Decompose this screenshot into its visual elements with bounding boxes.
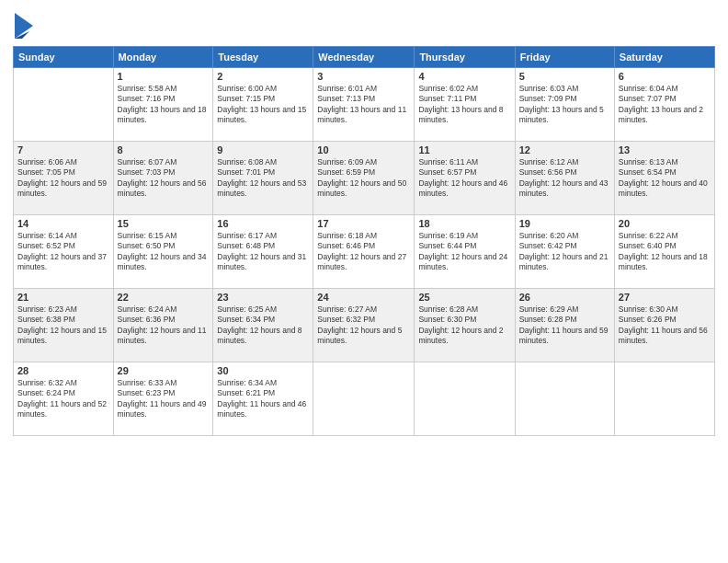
day-info: Sunrise: 6:30 AMSunset: 6:26 PMDaylight:…	[619, 304, 711, 347]
day-info: Sunrise: 6:02 AMSunset: 7:11 PMDaylight:…	[418, 84, 510, 126]
weekday-header: Saturday	[614, 47, 714, 68]
day-info: Sunrise: 6:00 AMSunset: 7:15 PMDaylight:…	[217, 84, 309, 126]
day-number: 18	[418, 218, 510, 229]
calendar-cell: 2Sunrise: 6:00 AMSunset: 7:15 PMDaylight…	[213, 68, 313, 142]
calendar-cell: 6Sunrise: 6:04 AMSunset: 7:07 PMDaylight…	[614, 68, 714, 142]
day-info: Sunrise: 6:09 AMSunset: 6:59 PMDaylight:…	[317, 157, 410, 200]
calendar-week-row: 7Sunrise: 6:06 AMSunset: 7:05 PMDaylight…	[14, 142, 715, 215]
calendar-cell: 3Sunrise: 6:01 AMSunset: 7:13 PMDaylight…	[313, 68, 415, 142]
day-info: Sunrise: 6:18 AMSunset: 6:46 PMDaylight:…	[317, 231, 410, 273]
day-info: Sunrise: 6:20 AMSunset: 6:42 PMDaylight:…	[519, 231, 610, 273]
day-info: Sunrise: 6:17 AMSunset: 6:48 PMDaylight:…	[217, 231, 309, 273]
day-number: 30	[217, 365, 309, 376]
day-info: Sunrise: 6:27 AMSunset: 6:32 PMDaylight:…	[317, 304, 410, 347]
calendar-cell: 12Sunrise: 6:12 AMSunset: 6:56 PMDayligh…	[515, 142, 614, 215]
calendar-cell: 4Sunrise: 6:02 AMSunset: 7:11 PMDaylight…	[415, 68, 515, 142]
day-info: Sunrise: 6:04 AMSunset: 7:07 PMDaylight:…	[619, 84, 711, 126]
day-number: 20	[619, 218, 711, 229]
day-info: Sunrise: 6:19 AMSunset: 6:44 PMDaylight:…	[418, 231, 510, 273]
day-info: Sunrise: 6:08 AMSunset: 7:01 PMDaylight:…	[217, 157, 309, 200]
calendar-cell	[614, 362, 714, 436]
day-info: Sunrise: 6:34 AMSunset: 6:21 PMDaylight:…	[217, 378, 309, 420]
day-number: 27	[619, 292, 711, 303]
day-number: 17	[317, 218, 410, 229]
day-number: 19	[519, 218, 610, 229]
day-info: Sunrise: 6:24 AMSunset: 6:36 PMDaylight:…	[118, 304, 210, 347]
calendar-cell: 16Sunrise: 6:17 AMSunset: 6:48 PMDayligh…	[213, 215, 313, 289]
calendar-cell: 23Sunrise: 6:25 AMSunset: 6:34 PMDayligh…	[213, 289, 313, 362]
day-info: Sunrise: 6:14 AMSunset: 6:52 PMDaylight:…	[17, 231, 109, 273]
calendar-cell	[14, 68, 114, 142]
day-number: 23	[217, 292, 309, 303]
logo	[13, 13, 37, 39]
day-info: Sunrise: 6:06 AMSunset: 7:05 PMDaylight:…	[17, 157, 109, 200]
day-number: 11	[418, 144, 510, 155]
day-number: 6	[619, 71, 711, 82]
calendar-week-row: 1Sunrise: 5:58 AMSunset: 7:16 PMDaylight…	[14, 68, 715, 142]
day-number: 22	[118, 292, 210, 303]
day-number: 10	[317, 144, 410, 155]
day-number: 7	[17, 144, 109, 155]
weekday-header: Friday	[515, 47, 614, 68]
day-number: 4	[418, 71, 510, 82]
calendar-cell: 1Sunrise: 5:58 AMSunset: 7:16 PMDaylight…	[113, 68, 213, 142]
calendar-cell: 21Sunrise: 6:23 AMSunset: 6:38 PMDayligh…	[14, 289, 114, 362]
calendar-cell: 28Sunrise: 6:32 AMSunset: 6:24 PMDayligh…	[14, 362, 114, 436]
calendar-cell	[415, 362, 515, 436]
calendar-cell: 8Sunrise: 6:07 AMSunset: 7:03 PMDaylight…	[113, 142, 213, 215]
calendar-cell: 11Sunrise: 6:11 AMSunset: 6:57 PMDayligh…	[415, 142, 515, 215]
day-number: 8	[118, 144, 210, 155]
calendar-cell: 24Sunrise: 6:27 AMSunset: 6:32 PMDayligh…	[313, 289, 415, 362]
weekday-header: Sunday	[14, 47, 114, 68]
weekday-header: Thursday	[415, 47, 515, 68]
calendar-cell	[515, 362, 614, 436]
day-info: Sunrise: 6:29 AMSunset: 6:28 PMDaylight:…	[519, 304, 610, 347]
day-number: 3	[317, 71, 410, 82]
day-info: Sunrise: 6:23 AMSunset: 6:38 PMDaylight:…	[17, 304, 109, 347]
day-info: Sunrise: 5:58 AMSunset: 7:16 PMDaylight:…	[118, 84, 210, 126]
day-number: 24	[317, 292, 410, 303]
day-number: 21	[17, 292, 109, 303]
logo-icon	[15, 13, 33, 39]
day-info: Sunrise: 6:32 AMSunset: 6:24 PMDaylight:…	[17, 378, 109, 420]
day-info: Sunrise: 6:33 AMSunset: 6:23 PMDaylight:…	[118, 378, 210, 420]
calendar-cell: 13Sunrise: 6:13 AMSunset: 6:54 PMDayligh…	[614, 142, 714, 215]
calendar-cell: 25Sunrise: 6:28 AMSunset: 6:30 PMDayligh…	[415, 289, 515, 362]
day-info: Sunrise: 6:13 AMSunset: 6:54 PMDaylight:…	[619, 157, 711, 200]
calendar-cell: 20Sunrise: 6:22 AMSunset: 6:40 PMDayligh…	[614, 215, 714, 289]
day-number: 5	[519, 71, 610, 82]
day-info: Sunrise: 6:15 AMSunset: 6:50 PMDaylight:…	[118, 231, 210, 273]
day-info: Sunrise: 6:07 AMSunset: 7:03 PMDaylight:…	[118, 157, 210, 200]
calendar-cell: 5Sunrise: 6:03 AMSunset: 7:09 PMDaylight…	[515, 68, 614, 142]
day-info: Sunrise: 6:11 AMSunset: 6:57 PMDaylight:…	[418, 157, 510, 200]
day-number: 14	[17, 218, 109, 229]
calendar-header-row: SundayMondayTuesdayWednesdayThursdayFrid…	[14, 47, 715, 68]
day-number: 26	[519, 292, 610, 303]
calendar-cell: 10Sunrise: 6:09 AMSunset: 6:59 PMDayligh…	[313, 142, 415, 215]
calendar-cell: 26Sunrise: 6:29 AMSunset: 6:28 PMDayligh…	[515, 289, 614, 362]
calendar-table: SundayMondayTuesdayWednesdayThursdayFrid…	[13, 46, 715, 436]
day-info: Sunrise: 6:25 AMSunset: 6:34 PMDaylight:…	[217, 304, 309, 347]
weekday-header: Tuesday	[213, 47, 313, 68]
weekday-header: Monday	[113, 47, 213, 68]
calendar-week-row: 28Sunrise: 6:32 AMSunset: 6:24 PMDayligh…	[14, 362, 715, 436]
calendar-cell: 17Sunrise: 6:18 AMSunset: 6:46 PMDayligh…	[313, 215, 415, 289]
header	[13, 9, 715, 39]
calendar-cell: 14Sunrise: 6:14 AMSunset: 6:52 PMDayligh…	[14, 215, 114, 289]
day-number: 16	[217, 218, 309, 229]
day-number: 12	[519, 144, 610, 155]
page: SundayMondayTuesdayWednesdayThursdayFrid…	[0, 0, 728, 563]
day-number: 2	[217, 71, 309, 82]
day-number: 1	[118, 71, 210, 82]
calendar-cell: 30Sunrise: 6:34 AMSunset: 6:21 PMDayligh…	[213, 362, 313, 436]
day-number: 15	[118, 218, 210, 229]
weekday-header: Wednesday	[313, 47, 415, 68]
day-info: Sunrise: 6:01 AMSunset: 7:13 PMDaylight:…	[317, 84, 410, 126]
calendar-cell: 27Sunrise: 6:30 AMSunset: 6:26 PMDayligh…	[614, 289, 714, 362]
day-number: 25	[418, 292, 510, 303]
day-number: 13	[619, 144, 711, 155]
day-info: Sunrise: 6:03 AMSunset: 7:09 PMDaylight:…	[519, 84, 610, 126]
calendar-cell: 29Sunrise: 6:33 AMSunset: 6:23 PMDayligh…	[113, 362, 213, 436]
day-info: Sunrise: 6:12 AMSunset: 6:56 PMDaylight:…	[519, 157, 610, 200]
day-number: 9	[217, 144, 309, 155]
